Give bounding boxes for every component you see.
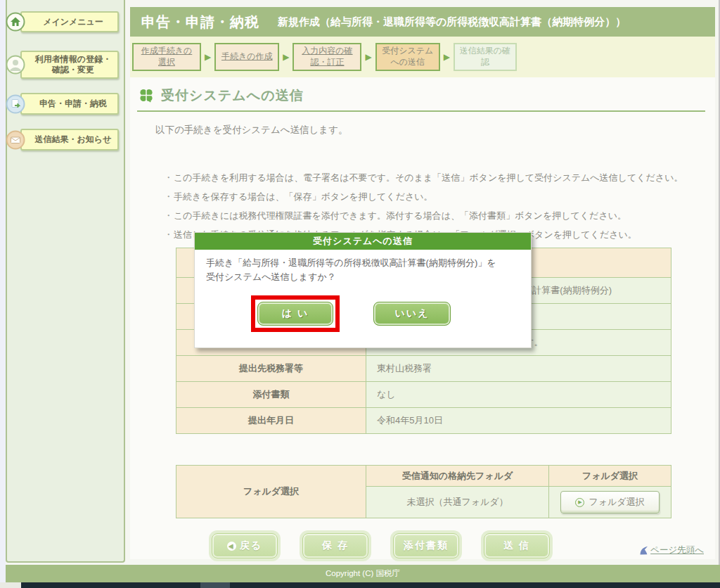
step-confirm-result: 送信結果の確認 [454, 43, 517, 71]
step-send-to-system: 受付システムへの送信 [375, 43, 440, 71]
step-arrow-icon: ▶ [283, 52, 289, 62]
step-arrow-icon: ▶ [444, 52, 450, 62]
sidebar-item-label: 利用者情報の登録・確認・変更 [20, 51, 119, 79]
back-arrow-icon: ◀ [227, 542, 236, 551]
highlight-annotation: は い [251, 295, 340, 332]
page-top-link[interactable]: ページ先頭へ [639, 544, 704, 556]
dialog-message: 手続き「給与所得・退職所得等の所得税徴収高計算書(納期特例分)」を 受付システム… [195, 250, 531, 283]
footer: Copyright (C) 国税庁 [6, 565, 720, 582]
sidebar-item-main-menu[interactable]: メインメニュー [8, 11, 119, 32]
folder-select-column-header: フォルダ選択 [549, 466, 671, 487]
sidebar-item-label: 申告・申請・納税 [20, 93, 119, 115]
folder-select-table: フォルダ選択 受信通知の格納先フォルダ フォルダ選択 未選択（共通フォルダ） ▶… [176, 465, 671, 518]
folder-column-header: 受信通知の格納先フォルダ [366, 466, 549, 487]
save-button[interactable]: 保 存 [302, 533, 368, 558]
sidebar-item-label: 送信結果・お知らせ [20, 129, 119, 151]
instruction-item: この手続きには税務代理権限証書を添付できます。添付する場合は、「添付書類」ボタン… [164, 210, 715, 222]
step-confirm-input[interactable]: 入力内容の確認・訂正 [292, 43, 361, 71]
dialog-button-row: は い いいえ [251, 295, 531, 332]
step-arrow-icon: ▶ [365, 52, 371, 62]
table-row: 添付書類 なし [176, 382, 671, 408]
sidebar-item-label: メインメニュー [20, 11, 119, 32]
send-button[interactable]: 送 信 [484, 533, 550, 558]
copyright-text: Copyright (C) 国税庁 [326, 568, 400, 579]
page-title: 受付システムへの送信 [139, 87, 715, 105]
back-button[interactable]: ◀ 戻る [212, 533, 278, 558]
page-subtitle: 新規作成（給与所得・退職所得等の所得税徴収高計算書（納期特例分）） [278, 15, 626, 29]
page-top-arrow-icon [639, 546, 648, 555]
home-icon [6, 12, 25, 32]
folder-value: 未選択（共通フォルダ） [366, 487, 549, 518]
step-create-procedure[interactable]: 手続きの作成 [214, 43, 279, 71]
sidebar: メインメニュー 利用者情報の登録・確認・変更 申告・申請・納税 [6, 0, 125, 563]
no-button[interactable]: いいえ [373, 302, 451, 326]
document-icon [6, 94, 25, 114]
yes-button[interactable]: は い [257, 302, 333, 326]
sidebar-item-user-info[interactable]: 利用者情報の登録・確認・変更 [8, 51, 119, 79]
clover-icon [139, 88, 154, 103]
step-arrow-icon: ▶ [205, 52, 211, 62]
taskbar-segment [200, 582, 230, 588]
app-title: 申告・申請・納税 [141, 13, 259, 32]
folder-row-label: フォルダ選択 [176, 466, 366, 518]
taskbar-strip [0, 582, 720, 588]
app-header: 申告・申請・納税 新規作成（給与所得・退職所得等の所得税徴収高計算書（納期特例分… [130, 7, 715, 37]
folder-select-button[interactable]: ▶ フォルダ選択 [560, 491, 659, 513]
confirmation-dialog: 受付システムへの送信 手続き「給与所得・退職所得等の所得税徴収高計算書(納期特例… [194, 232, 532, 348]
mail-icon [6, 130, 25, 150]
step-navigation: 作成手続きの選択 ▶ 手続きの作成 ▶ 入力内容の確認・訂正 ▶ 受付システムへ… [130, 37, 715, 77]
sidebar-item-results[interactable]: 送信結果・お知らせ [8, 129, 119, 151]
table-row: 提出先税務署等 東村山税務署 [176, 356, 671, 382]
step-select-procedure[interactable]: 作成手続きの選択 [132, 43, 201, 71]
taskbar-corner [0, 582, 21, 588]
instruction-item: 手続きを保存する場合は、「保存」ボタンを押してください。 [164, 191, 715, 203]
play-icon: ▶ [575, 498, 584, 507]
table-row: 提出年月日 令和4年5月10日 [176, 408, 671, 434]
attach-documents-button[interactable]: 添付書類 [393, 533, 459, 558]
heading-divider [137, 110, 705, 112]
user-icon [6, 55, 25, 75]
sidebar-item-filing[interactable]: 申告・申請・納税 [8, 93, 119, 115]
intro-text: 以下の手続きを受付システムへ送信します。 [155, 124, 715, 136]
instruction-item: この手続きを利用する場合は、電子署名は不要です。そのまま「送信」ボタンを押して受… [164, 172, 715, 184]
dialog-title: 受付システムへの送信 [195, 233, 531, 250]
instruction-list: この手続きを利用する場合は、電子署名は不要です。そのまま「送信」ボタンを押して受… [164, 172, 715, 241]
